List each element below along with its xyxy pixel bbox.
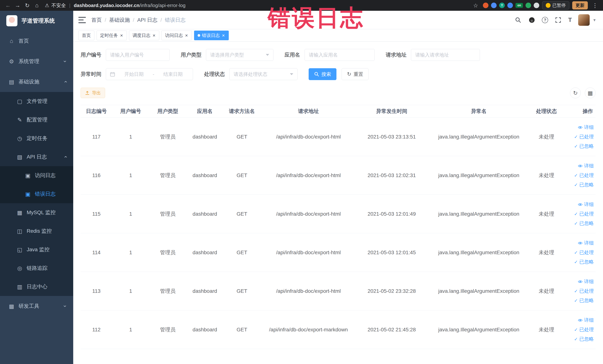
sidebar-item-api-log[interactable]: ▧ API 日志 › bbox=[0, 148, 73, 166]
process-link[interactable]: ✓已处理 bbox=[574, 211, 594, 217]
process-link[interactable]: ✓已处理 bbox=[574, 288, 594, 294]
cell-log-id: 114 bbox=[81, 250, 112, 256]
sidebar-item-java[interactable]: ◱ Java 监控 bbox=[0, 240, 73, 259]
eye-icon bbox=[578, 164, 583, 168]
sidebar-item-error-log[interactable]: ▣ 错误日志 bbox=[0, 185, 73, 203]
detail-link[interactable]: 详细 bbox=[578, 163, 594, 169]
sidebar-item-system[interactable]: ⚙ 系统管理 › bbox=[0, 51, 73, 71]
detail-link[interactable]: 详细 bbox=[578, 201, 594, 208]
page-root: ← → ↻ ⌂ ⚠ 不安全 | dashboard.yudao.iocoder.… bbox=[0, 0, 603, 364]
search-icon[interactable] bbox=[514, 16, 522, 24]
sidebar-item-mysql[interactable]: ▦ MySQL 监控 bbox=[0, 203, 73, 222]
process-link[interactable]: ✓已处理 bbox=[574, 326, 594, 333]
cell-url: /api/infra/db-doc/export-html bbox=[260, 134, 357, 140]
logo[interactable]: 芋道管理系统 bbox=[0, 11, 73, 31]
ignore-link[interactable]: ✓已忽略 bbox=[574, 259, 594, 265]
sidebar-item-dev-tools[interactable]: ▩ 研发工具 › bbox=[0, 296, 73, 316]
app-name-input[interactable] bbox=[304, 49, 375, 61]
detail-link[interactable]: 详细 bbox=[578, 240, 594, 246]
detail-link[interactable]: 详细 bbox=[578, 317, 594, 323]
extension-icon[interactable] bbox=[483, 3, 488, 8]
ignore-link[interactable]: ✓已忽略 bbox=[574, 336, 594, 342]
chevron-down-icon[interactable]: ▾ bbox=[593, 17, 596, 23]
reload-icon[interactable]: ↻ bbox=[23, 1, 32, 10]
extension-icon[interactable]: on bbox=[515, 3, 523, 8]
hamburger-icon[interactable] bbox=[78, 17, 86, 23]
chevron-icon: › bbox=[62, 156, 69, 158]
sidebar-item-redis[interactable]: ◫ Redis 监控 bbox=[0, 222, 73, 240]
process-status-select[interactable]: 请选择处理状态 bbox=[229, 68, 298, 80]
refresh-icon: ↻ bbox=[347, 71, 351, 77]
tab-close-icon[interactable]: × bbox=[185, 33, 188, 38]
browser-menu-icon[interactable]: ⋮ bbox=[591, 2, 599, 9]
extension-icon[interactable] bbox=[534, 3, 539, 8]
table-row: 117 1 管理员 dashboard GET /api/infra/db-do… bbox=[81, 117, 596, 156]
tab-close-icon[interactable]: × bbox=[222, 33, 225, 38]
api-log-icon: ▧ bbox=[16, 154, 23, 160]
ignore-link[interactable]: ✓已忽略 bbox=[574, 182, 594, 188]
ignore-link[interactable]: ✓已忽略 bbox=[574, 220, 594, 227]
tab-close-icon[interactable]: × bbox=[152, 33, 156, 38]
request-url-input[interactable] bbox=[411, 49, 480, 61]
export-button[interactable]: 导出 bbox=[81, 88, 105, 98]
extension-icon[interactable]: Y bbox=[499, 3, 505, 8]
avatar[interactable] bbox=[578, 14, 590, 26]
breadcrumb-item[interactable]: API 日志 bbox=[137, 16, 158, 23]
cell-app-name: dashboard bbox=[186, 211, 223, 217]
update-button[interactable]: 更新 bbox=[572, 1, 588, 10]
fullscreen-icon[interactable] bbox=[555, 16, 562, 24]
breadcrumb-item[interactable]: 基础设施 bbox=[109, 16, 130, 23]
help-icon[interactable]: ? bbox=[542, 17, 548, 23]
reset-button[interactable]: ↻ 重置 bbox=[342, 68, 369, 80]
column-settings-button[interactable]: ▦ bbox=[585, 88, 596, 98]
warning-icon: ⚠ bbox=[45, 3, 49, 8]
search-button[interactable]: 搜索 bbox=[309, 68, 336, 80]
forward-icon[interactable]: → bbox=[13, 1, 22, 10]
tab-job[interactable]: 定时任务 × bbox=[97, 31, 127, 40]
github-icon[interactable] bbox=[528, 16, 535, 24]
process-link[interactable]: ✓已处理 bbox=[574, 249, 594, 256]
tab-close-icon[interactable]: × bbox=[120, 33, 123, 38]
browser-home-icon[interactable]: ⌂ bbox=[33, 1, 41, 10]
user-id-input[interactable] bbox=[106, 49, 170, 61]
user-type-select[interactable]: 请选择用户类型 bbox=[206, 49, 273, 61]
refresh-table-button[interactable]: ↻ bbox=[570, 88, 581, 98]
field-label: 用户类型 bbox=[181, 51, 201, 59]
tab-access-log[interactable]: 访问日志 × bbox=[162, 31, 192, 40]
sidebar-item-log-center[interactable]: ▥ 日志中心 bbox=[0, 277, 73, 296]
sidebar-item-config[interactable]: ✎ 配置管理 bbox=[0, 110, 73, 129]
sidebar-item-home[interactable]: ⌂ 首页 bbox=[0, 31, 73, 51]
font-size-icon[interactable]: T bbox=[568, 16, 572, 23]
sidebar-item-infra[interactable]: ▤ 基础设施 › bbox=[0, 71, 73, 92]
date-range-picker[interactable]: 开始日期 - 结束日期 bbox=[106, 68, 193, 80]
tab-error-log[interactable]: 错误日志 × bbox=[194, 31, 229, 40]
sidebar-item-trace[interactable]: ◎ 链路追踪 bbox=[0, 259, 73, 277]
cell-status: 未处理 bbox=[531, 172, 562, 179]
field-label: 用户编号 bbox=[81, 51, 101, 59]
check-icon: ✓ bbox=[574, 250, 578, 255]
sidebar-item-job[interactable]: ◷ 定时任务 bbox=[0, 129, 73, 148]
ignore-link[interactable]: ✓已忽略 bbox=[574, 143, 594, 150]
process-link[interactable]: ✓已处理 bbox=[574, 133, 594, 140]
extension-icon[interactable] bbox=[525, 3, 531, 8]
process-link[interactable]: ✓已处理 bbox=[574, 172, 594, 178]
cell-status: 未处理 bbox=[531, 288, 562, 295]
extension-icon[interactable] bbox=[507, 3, 513, 8]
detail-link[interactable]: 详细 bbox=[578, 278, 594, 285]
paused-button[interactable]: 已暂停 bbox=[542, 1, 569, 10]
tab-home[interactable]: 首页 bbox=[78, 31, 94, 40]
sidebar-item-access-log[interactable]: ▣ 访问日志 bbox=[0, 166, 73, 185]
ignore-link[interactable]: ✓已忽略 bbox=[574, 297, 594, 304]
star-icon[interactable]: ☆ bbox=[471, 1, 480, 10]
filter-user-id: 用户编号 bbox=[81, 49, 170, 61]
detail-link[interactable]: 详细 bbox=[578, 124, 594, 130]
breadcrumb-separator: / bbox=[105, 17, 106, 23]
sidebar-item-file[interactable]: ▢ 文件管理 bbox=[0, 92, 73, 110]
back-icon[interactable]: ← bbox=[4, 1, 12, 10]
address-bar[interactable]: ⚠ 不安全 | dashboard.yudao.iocoder.cn/infra… bbox=[45, 2, 470, 9]
breadcrumb-item[interactable]: 首页 bbox=[91, 16, 102, 23]
extension-icon[interactable] bbox=[491, 3, 497, 8]
column-header: 日志编号 bbox=[81, 108, 112, 115]
tab-job-log[interactable]: 调度日志 × bbox=[129, 31, 159, 40]
cell-time: 2021-05-02 21:45:28 bbox=[357, 327, 427, 333]
